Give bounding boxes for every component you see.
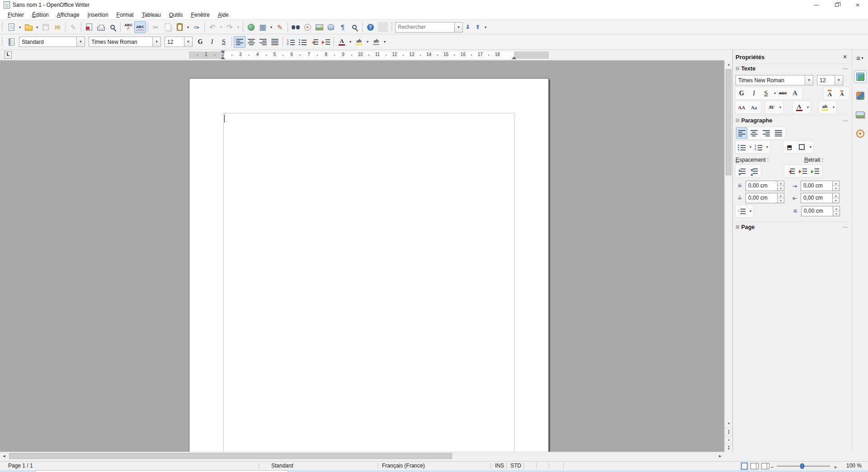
page-style-indicator[interactable]: Standard [271,463,293,469]
zoom-slider-thumb[interactable] [800,463,804,469]
horizontal-scroll-thumb[interactable] [9,453,452,459]
page-indicator[interactable]: Page 1 / 1 [8,463,33,469]
print-button[interactable] [95,21,107,33]
open-dropdown[interactable]: ▾ [34,21,40,33]
menu-item-tableau[interactable]: Tableau [138,11,165,19]
tab-navigator[interactable]: ✦ [854,127,867,140]
underline-button[interactable]: S [218,36,230,48]
find-input[interactable]: Rechercher ▼ [395,22,463,33]
underline-dropdown[interactable]: ▾ [773,91,777,95]
line-spacing-dropdown[interactable]: ▾ [748,209,753,213]
sidebar-font-name-select[interactable]: Times New Roman▼ [736,75,813,85]
bullet-list-dropdown[interactable]: ▾ [748,145,753,149]
increase-indent-button[interactable] [320,36,332,48]
sidebar-justify-button[interactable] [773,127,784,139]
left-indent-marker[interactable] [221,54,225,59]
lowercase-button[interactable]: Aa [748,102,760,113]
zoom-level-indicator[interactable]: 100 % [846,463,862,469]
expand-icon[interactable]: ⊞ [736,224,739,229]
document-canvas[interactable] [0,61,724,452]
increase-font-size-button[interactable]: A [824,88,835,99]
above-paragraph-spacing-field[interactable]: 0,00 cm ▲▼ [745,181,784,191]
line-spacing-button[interactable]: ↕ [736,206,747,217]
menu-item-edition[interactable]: Édition [28,11,53,19]
paragraph-background-button[interactable]: ⬒ [784,141,795,153]
font-name-select[interactable]: Times New Roman ▼ [89,37,161,47]
toolbar-grip[interactable] [1,37,4,47]
vertical-scroll-thumb[interactable] [726,69,731,175]
paragraph-border-button[interactable] [796,141,807,153]
sidebar-highlighting-button[interactable]: ab [819,102,830,113]
align-left-button[interactable] [234,36,245,48]
border-dropdown[interactable]: ▾ [808,145,813,149]
data-sources-button[interactable] [325,21,337,33]
sidebar-menu-button[interactable]: ≡▼ [854,51,867,64]
sidebar-underline-button[interactable]: S [760,88,772,99]
sidebar-align-center-button[interactable] [748,127,760,139]
open-button[interactable] [23,21,34,33]
before-text-indent-field[interactable]: 0,00 cm ▲▼ [801,181,840,191]
restore-button[interactable] [826,0,847,10]
sidebar-increase-indent-button[interactable] [797,165,808,177]
first-line-indent-field[interactable]: 0,00 cm ▲▼ [801,206,840,216]
new-document-button[interactable] [5,21,17,33]
page-more-options-button[interactable]: ⋯ [841,224,849,230]
horizontal-scrollbar[interactable]: ◀ ▶ [0,452,724,460]
section-header-page[interactable]: ⊞ Page ⋯ [736,222,849,232]
single-page-view-button[interactable] [741,463,747,469]
right-indent-marker[interactable] [512,54,516,59]
italic-button[interactable]: I [206,36,218,48]
font-effects-button[interactable]: A [789,88,801,99]
align-center-button[interactable] [245,36,257,48]
zoom-button[interactable] [349,21,360,33]
hyperlink-button[interactable] [245,21,257,33]
tab-properties[interactable] [854,70,867,83]
multi-page-view-button[interactable] [750,463,756,469]
undo-button[interactable]: ↶ [207,21,218,33]
menu-item-affichage[interactable]: Affichage [53,11,84,19]
section-header-paragraphe[interactable]: ⊟ Paragraphe ⋯ [736,115,849,125]
menu-item-outils[interactable]: Outils [165,11,187,19]
paste-button[interactable] [174,21,185,33]
sidebar-close-button[interactable]: ✕ [841,54,849,60]
background-color-button[interactable]: ab [370,36,382,48]
save-button[interactable] [40,21,52,33]
copy-button[interactable] [162,21,174,33]
scroll-right-button[interactable]: ▶ [716,452,724,460]
sidebar-font-color-button[interactable]: A [793,102,805,113]
size-dropdown[interactable]: ▼ [184,37,192,47]
zoom-in-button[interactable]: + [834,464,837,471]
language-indicator[interactable]: Français (France) [382,463,425,469]
navigation-dot-button[interactable]: ● [725,436,733,444]
paragraphe-more-options-button[interactable]: ⋯ [841,117,849,124]
insert-table-dropdown[interactable]: ▾ [269,21,274,33]
font-size-select[interactable]: 12 ▼ [165,37,193,47]
sidebar-align-right-button[interactable] [760,127,772,139]
edit-file-button[interactable]: ✎ [67,21,79,33]
sidebar-align-left-button[interactable] [736,127,747,139]
tab-gallery[interactable] [854,108,867,121]
selection-mode-indicator[interactable]: STD [510,463,521,469]
numbered-list-dropdown[interactable]: ▾ [765,145,769,149]
undo-dropdown[interactable]: ▾ [218,21,224,33]
paste-dropdown[interactable]: ▾ [185,21,191,33]
sidebar-numbered-list-button[interactable] [753,141,764,153]
sidebar-bold-button[interactable]: G [736,88,747,99]
font-dropdown[interactable]: ▼ [152,37,160,47]
sidebar-bullet-list-button[interactable] [736,141,747,153]
nonprinting-characters-button[interactable]: ¶ [337,21,349,33]
find-toolbar-overflow[interactable]: ▾ [483,21,488,33]
font-color-dropdown[interactable]: ▾ [348,36,353,48]
toolbar-grip[interactable] [1,23,4,32]
character-spacing-button[interactable]: AV [766,102,777,113]
menu-item-fenetre[interactable]: Fenêtre [187,11,213,19]
section-header-texte[interactable]: ⊟ Texte ⋯ [736,63,849,73]
bullet-list-button[interactable] [297,36,308,48]
minimize-button[interactable] [806,0,826,10]
close-button[interactable]: ✕ [847,0,868,10]
switch-indent-button[interactable] [809,165,821,177]
previous-page-button[interactable]: ▲▲ [725,428,733,435]
decrease-indent-button[interactable] [308,36,320,48]
styles-panel-button[interactable] [5,36,17,48]
gallery-button[interactable] [313,21,325,33]
